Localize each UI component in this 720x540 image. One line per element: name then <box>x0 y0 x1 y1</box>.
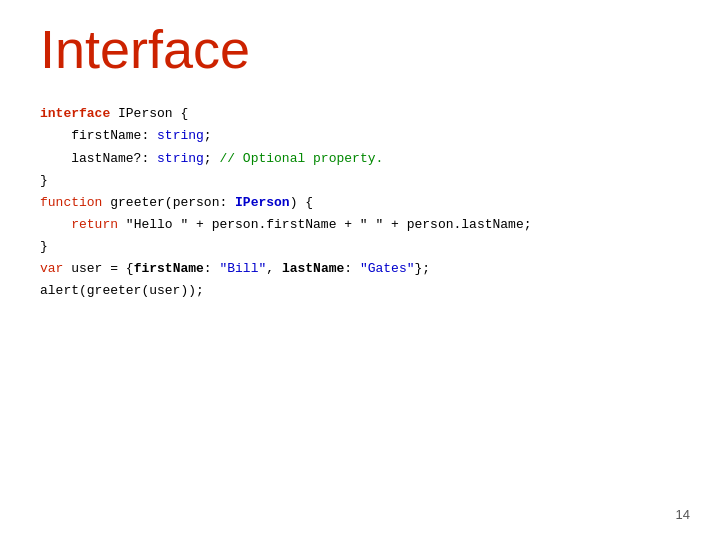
code-line-l6: function greeter(person: IPerson) { <box>40 192 680 214</box>
code-line-l12: alert(greeter(user)); <box>40 280 680 302</box>
code-line-l3: lastName?: string; // Optional property. <box>40 148 680 170</box>
slide: Interface interface IPerson { firstName:… <box>0 0 720 540</box>
code-line-l7: return "Hello " + person.firstName + " "… <box>40 214 680 236</box>
code-line-l1: interface IPerson { <box>40 103 680 125</box>
code-line-l8: } <box>40 236 680 258</box>
code-line-l4: } <box>40 170 680 192</box>
code-line-l2: firstName: string; <box>40 125 680 147</box>
slide-number: 14 <box>676 507 690 522</box>
code-line-l10: var user = {firstName: "Bill", lastName:… <box>40 258 680 280</box>
slide-title: Interface <box>40 20 680 79</box>
code-block: interface IPerson { firstName: string; l… <box>40 103 680 302</box>
